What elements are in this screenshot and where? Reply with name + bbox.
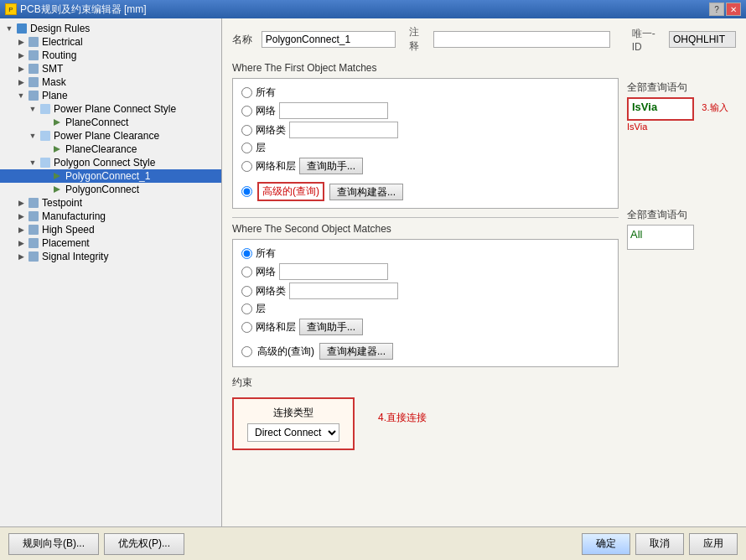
second-netlayer-label: 网络和层 [256,320,296,334]
tree-label-plane: Plane [42,90,68,101]
second-query-helper-btn[interactable]: 查询助手... [299,319,363,335]
tree-toggle-planeclearance [39,143,50,155]
ok-btn[interactable]: 确定 [582,533,630,555]
tree-toggle-design-rules: ▼ [3,23,15,34]
rule-wizard-btn[interactable]: 规则向导(B)... [8,533,99,555]
tree-icon-highspeed [27,224,40,236]
first-netlayer-radio[interactable] [241,161,252,172]
first-query-helper-btn[interactable]: 查询助手... [299,158,363,174]
priority-btn[interactable]: 优先权(P)... [104,533,184,555]
second-net-label: 网络 [256,265,276,279]
tree-icon-planeconnect [50,117,64,128]
second-query-builder-btn[interactable]: 查询构建器... [319,343,393,360]
tree-toggle-polygon-connect-style: ▼ [27,157,39,169]
svg-marker-7 [54,119,60,126]
tree-label-mask: Mask [42,76,66,88]
tree-toggle-highspeed: ▶ [15,224,27,236]
tree-item-placement[interactable]: ▶Placement [0,236,221,250]
tree-label-routing: Routing [42,49,76,61]
minimize-button[interactable]: ? [709,3,724,16]
tree-toggle-testpoint: ▶ [15,197,27,209]
second-all-label: 所有 [256,246,276,261]
tree-item-planeclearance[interactable]: PlaneClearance [0,143,221,156]
tree-item-polygonconnect1[interactable]: PolygonConnect_1 [0,169,221,183]
tree-item-planeconnect[interactable]: PlaneConnect [0,116,221,129]
tree-toggle-mask: ▶ [15,76,27,88]
second-advanced-radio[interactable] [241,346,252,357]
svg-rect-3 [28,64,39,74]
id-input[interactable] [669,31,736,48]
tree-toggle-smt: ▶ [15,63,27,75]
second-netclass-input[interactable] [289,283,398,299]
svg-rect-2 [28,50,39,60]
tree-item-mask[interactable]: ▶Mask [0,75,221,89]
app-icon: P [5,3,17,15]
svg-marker-9 [54,146,60,153]
second-layer-radio[interactable] [241,303,252,314]
second-all-radio[interactable] [241,248,252,259]
tree-toggle-polygonconnect [39,184,50,195]
svg-rect-1 [28,37,39,47]
tree-icon-planeclearance [50,143,64,155]
tree-toggle-placement: ▶ [15,237,27,249]
tree-item-electrical[interactable]: ▶Electrical [0,35,221,49]
tree-icon-routing [27,49,40,61]
tree-item-manufacturing[interactable]: ▶Manufacturing [0,210,221,223]
tree-toggle-electrical: ▶ [15,36,27,48]
note-input[interactable] [433,31,610,48]
first-netclass-input[interactable] [289,122,398,138]
connect-type-label: 连接类型 [247,406,339,420]
right-panel: 名称 注释 唯一-ID Where The First Object Match… [222,18,746,526]
svg-rect-6 [40,104,50,114]
tree-item-highspeed[interactable]: ▶High Speed [0,223,221,236]
title-bar: P PCB规则及约束编辑器 [mm] ? ✕ [0,0,746,18]
full-query-label-1: 全部查询语句 [627,80,736,95]
tree-toggle-ppc-clearance: ▼ [27,130,39,142]
second-netclass-radio[interactable] [241,286,252,297]
tree-item-ppc-clearance[interactable]: ▼Power Plane Clearance [0,129,221,143]
second-netlayer-radio[interactable] [241,322,252,333]
tree-toggle-manufacturing: ▶ [15,210,27,222]
tree-item-signal-integrity[interactable]: ▶Signal Integrity [0,250,221,263]
svg-rect-10 [40,158,50,168]
window-title: PCB规则及约束编辑器 [mm] [20,3,147,17]
tree-label-design-rules: Design Rules [30,23,90,34]
first-all-radio[interactable] [241,87,252,98]
bottom-bar: 规则向导(B)... 优先权(P)... 确定 取消 应用 [0,526,746,560]
tree-toggle-polygonconnect1 [39,170,50,182]
second-net-radio[interactable] [241,267,252,277]
name-input[interactable] [262,31,396,48]
close-button[interactable]: ✕ [726,3,741,16]
tree-icon-electrical [27,36,40,48]
connect-type-select[interactable]: Direct Connect [247,423,339,442]
svg-rect-4 [28,77,39,87]
tree-panel: ▼Design Rules▶Electrical▶Routing▶SMT▶Mas… [0,18,222,526]
first-all-label: 所有 [256,86,276,100]
tree-icon-polygonconnect1 [50,170,64,182]
first-layer-radio[interactable] [241,143,252,153]
tree-toggle-ppc-style: ▼ [27,103,39,115]
first-net-label: 网络 [256,104,276,118]
tree-item-plane[interactable]: ▼Plane [0,89,221,102]
tree-icon-mask [27,76,40,88]
apply-btn[interactable]: 应用 [689,533,738,555]
first-query-builder-btn[interactable]: 查询构建器... [329,184,403,200]
cancel-btn[interactable]: 取消 [635,533,684,555]
full-query-label-2: 全部查询语句 [627,208,736,222]
tree-item-polygon-connect-style[interactable]: ▼Polygon Connect Style [0,156,221,169]
tree-label-ppc-clearance: Power Plane Clearance [54,130,159,142]
tree-item-smt[interactable]: ▶SMT [0,62,221,75]
second-net-input[interactable] [279,263,388,280]
first-netclass-radio[interactable] [241,125,252,136]
first-net-input[interactable] [279,102,388,119]
first-net-radio[interactable] [241,106,252,117]
tree-item-ppc-style[interactable]: ▼Power Plane Connect Style [0,102,221,116]
tree-icon-plane [27,90,40,101]
tree-label-electrical: Electrical [42,36,83,48]
annotation4: 4.直接连接 [378,411,427,425]
tree-item-routing[interactable]: ▶Routing [0,49,221,62]
first-advanced-radio[interactable] [241,186,252,197]
tree-item-design-rules[interactable]: ▼Design Rules [0,22,221,35]
tree-item-testpoint[interactable]: ▶Testpoint [0,196,221,210]
tree-item-polygonconnect[interactable]: PolygonConnect [0,183,221,196]
